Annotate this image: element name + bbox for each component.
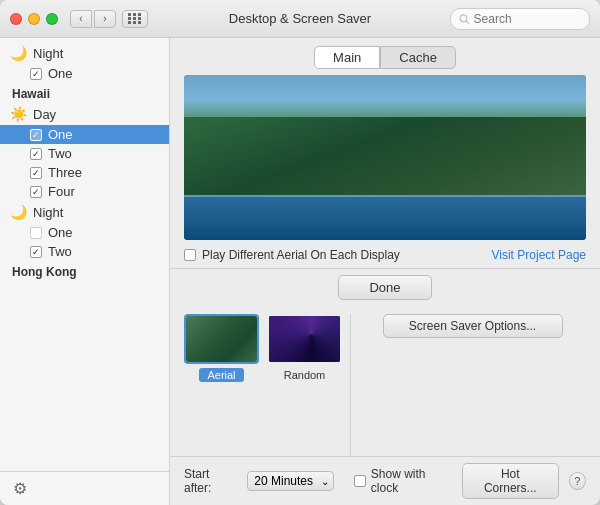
screen-saver-options-button[interactable]: Screen Saver Options... [383, 314, 563, 338]
section-header-hawaii: Hawaii [0, 83, 169, 103]
night-icon: 🌙 [10, 204, 27, 220]
section-header-hongkong: Hong Kong [0, 261, 169, 281]
search-input[interactable] [474, 12, 581, 26]
cliff-shape [184, 117, 586, 197]
item-label-hawaii-night-two: Two [48, 244, 72, 259]
done-row: Done [170, 268, 600, 306]
visit-project-link[interactable]: Visit Project Page [492, 248, 587, 262]
list-bottom-toolbar: ⚙ [0, 471, 169, 505]
minimize-button[interactable] [28, 13, 40, 25]
swirl-pattern [269, 316, 340, 362]
night-label: Night [33, 205, 63, 220]
traffic-lights [10, 13, 58, 25]
day-label: Day [33, 107, 56, 122]
maximize-button[interactable] [46, 13, 58, 25]
help-button[interactable]: ? [569, 472, 586, 490]
close-button[interactable] [10, 13, 22, 25]
show-clock-text: Show with clock [371, 467, 452, 495]
search-box[interactable] [450, 8, 590, 30]
tab-cache[interactable]: Cache [380, 46, 456, 69]
hot-corners-button[interactable]: Hot Corners... [462, 463, 559, 499]
item-label-hawaii-day-one: One [48, 127, 73, 142]
list-item[interactable]: ✓ One [0, 64, 169, 83]
preview-area [184, 75, 586, 240]
search-icon [459, 13, 470, 25]
list-item[interactable]: ✓ Three [0, 163, 169, 182]
aerial-thumb-item[interactable]: Aerial [184, 314, 259, 382]
show-clock-checkbox[interactable] [354, 475, 365, 487]
landscape-bg [184, 75, 586, 240]
random-thumbnail [269, 316, 340, 362]
checkbox-hawaii-night-two[interactable]: ✓ [30, 246, 42, 258]
options-row: Play Different Aerial On Each Display Vi… [170, 248, 600, 268]
vertical-divider [350, 314, 351, 456]
titlebar: ‹ › Desktop & Screen Saver [0, 0, 600, 38]
night-icon-top: 🌙 [10, 45, 27, 61]
forward-button[interactable]: › [94, 10, 116, 28]
right-panel: Main Cache Play Different Aerial On Each… [170, 38, 600, 505]
left-panel: 🌙 Night ✓ One Hawaii ☀️ Day [0, 38, 170, 505]
night-label-top: Night [33, 46, 63, 61]
ocean-strip [184, 195, 586, 240]
grid-icon [128, 13, 142, 24]
list-item[interactable]: ✓ Four [0, 182, 169, 201]
checkbox-hawaii-night-one[interactable] [30, 227, 42, 239]
item-label-night-one: One [48, 66, 73, 81]
tab-main[interactable]: Main [314, 46, 380, 69]
random-label: Random [276, 368, 334, 382]
footer-bar: Start after: 20 Minutes 1 Minute 2 Minut… [170, 456, 600, 505]
play-different-checkbox[interactable] [184, 249, 196, 261]
list-item[interactable]: ✓ Two [0, 242, 169, 261]
random-thumb-item[interactable]: Random [267, 314, 342, 382]
window-title: Desktop & Screen Saver [229, 11, 371, 26]
done-button[interactable]: Done [338, 275, 431, 300]
play-different-text: Play Different Aerial On Each Display [202, 248, 400, 262]
checkbox-hawaii-day-four[interactable]: ✓ [30, 186, 42, 198]
preview-image [184, 75, 586, 240]
right-options-panel: Screen Saver Options... [359, 314, 586, 456]
aerial-thumb-img [184, 314, 259, 364]
sun-icon: ☀️ [10, 106, 27, 122]
item-label-hawaii-day-three: Three [48, 165, 82, 180]
list-area[interactable]: 🌙 Night ✓ One Hawaii ☀️ Day [0, 38, 169, 471]
bottom-section: Aerial Random Screen Saver Options... [170, 306, 600, 456]
list-item[interactable]: ✓ Two [0, 144, 169, 163]
gear-button[interactable]: ⚙ [10, 479, 30, 499]
checkbox-night-one[interactable]: ✓ [30, 68, 42, 80]
night-group-top: 🌙 Night ✓ One [0, 42, 169, 83]
tabs-row: Main Cache [170, 38, 600, 75]
checkbox-hawaii-day-three[interactable]: ✓ [30, 167, 42, 179]
start-after-label: Start after: [184, 467, 237, 495]
item-label-hawaii-day-two: Two [48, 146, 72, 161]
checkbox-hawaii-day-one[interactable]: ✓ [30, 129, 42, 141]
checkbox-hawaii-day-two[interactable]: ✓ [30, 148, 42, 160]
back-button[interactable]: ‹ [70, 10, 92, 28]
item-label-hawaii-night-one: One [48, 225, 73, 240]
grid-button[interactable] [122, 10, 148, 28]
start-after-select[interactable]: 20 Minutes 1 Minute 2 Minutes 5 Minutes … [247, 471, 334, 491]
list-item[interactable]: ✓ One [0, 125, 169, 144]
nav-buttons: ‹ › [70, 10, 116, 28]
start-after-select-wrapper[interactable]: 20 Minutes 1 Minute 2 Minutes 5 Minutes … [247, 471, 334, 491]
aerial-thumbnail [186, 316, 257, 362]
svg-line-1 [466, 20, 469, 23]
content-area: 🌙 Night ✓ One Hawaii ☀️ Day [0, 38, 600, 505]
screensaver-thumbs: Aerial Random [184, 314, 342, 456]
main-window: ‹ › Desktop & Screen Saver [0, 0, 600, 505]
random-thumb-img [267, 314, 342, 364]
aerial-label: Aerial [199, 368, 243, 382]
play-different-label[interactable]: Play Different Aerial On Each Display [184, 248, 400, 262]
list-item[interactable]: One [0, 223, 169, 242]
show-clock-label[interactable]: Show with clock [354, 467, 451, 495]
item-label-hawaii-day-four: Four [48, 184, 75, 199]
